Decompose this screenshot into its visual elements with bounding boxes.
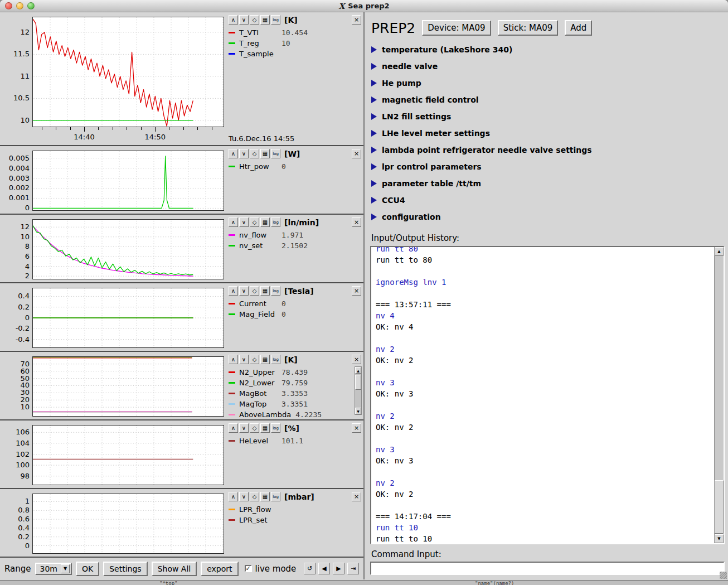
autoscale-button[interactable]: ◇ [250, 423, 259, 433]
autoscale-button[interactable]: ◇ [250, 149, 259, 158]
chart-plot[interactable] [32, 288, 224, 348]
close-chart-button[interactable]: × [352, 423, 361, 433]
scroll-up-icon[interactable]: ▲ [715, 247, 724, 256]
scroll-down-icon[interactable]: ▼ [715, 534, 724, 543]
scrollbar-thumb[interactable] [355, 375, 361, 390]
tree-item-temperature-lakeshore-340[interactable]: temperature (LakeShore 340) [371, 41, 728, 58]
log-scale-button[interactable]: log [271, 15, 280, 25]
jump-to-end-button[interactable]: ⇥ [347, 563, 359, 574]
log-scale-button[interactable]: log [271, 423, 280, 433]
scroll-up-icon[interactable]: ▲ [355, 367, 361, 374]
shift-up-button[interactable]: ∧ [229, 492, 238, 501]
autoscale-button[interactable]: ◇ [250, 286, 259, 296]
autoscale-button[interactable]: ◇ [250, 217, 259, 227]
expand-triangle-icon[interactable] [371, 113, 377, 120]
titlebar[interactable]: X Sea prep2 [0, 0, 728, 12]
chart-plot[interactable] [32, 219, 224, 279]
grid-button[interactable]: ▦ [260, 286, 270, 296]
chart-plot[interactable] [32, 17, 224, 127]
log-scale-button[interactable]: log [271, 286, 280, 296]
expand-triangle-icon[interactable] [371, 130, 377, 137]
scrollbar-thumb[interactable] [715, 480, 724, 534]
grid-button[interactable]: ▦ [260, 149, 270, 158]
expand-triangle-icon[interactable] [371, 214, 377, 220]
zoom-window-button[interactable] [27, 2, 35, 9]
shift-down-button[interactable]: ∨ [239, 286, 249, 296]
expand-triangle-icon[interactable] [371, 147, 377, 153]
tree-item-lpr-control-parameters[interactable]: lpr control parameters [371, 158, 728, 175]
expand-triangle-icon[interactable] [371, 46, 377, 53]
tree-item-ln2-fill-settings[interactable]: LN2 fill settings [371, 108, 728, 125]
close-chart-button[interactable]: × [352, 286, 361, 296]
autoscale-button[interactable]: ◇ [250, 355, 259, 364]
tree-item-magnetic-field-control[interactable]: magnetic field control [371, 91, 728, 108]
close-chart-button[interactable]: × [352, 355, 361, 364]
tree-item-ccu4[interactable]: CCU4 [371, 192, 728, 209]
log-scale-button[interactable]: log [271, 149, 280, 158]
minimize-window-button[interactable] [16, 2, 23, 9]
range-select[interactable]: 30m ▼ [35, 563, 72, 575]
tree-item-parameter-table-tt-tm[interactable]: parameter table /tt/tm [371, 175, 728, 192]
grid-button[interactable]: ▦ [260, 217, 270, 227]
chart-plot[interactable] [32, 151, 224, 211]
grid-button[interactable]: ▦ [260, 423, 270, 433]
show-all-button[interactable]: Show All [152, 562, 197, 576]
shift-down-button[interactable]: ∨ [239, 149, 249, 158]
shift-up-button[interactable]: ∧ [229, 217, 238, 227]
history-scrollbar[interactable]: ▲ ▼ [714, 247, 724, 543]
tree-item-lhe-level-meter-settings[interactable]: LHe level meter settings [371, 125, 728, 142]
io-history-text[interactable]: run tt 80run tt to 80 ignoreMsg lnv 1 ==… [371, 247, 714, 543]
tree-item-configuration[interactable]: configuration [371, 209, 728, 225]
expand-triangle-icon[interactable] [371, 180, 377, 187]
close-window-button[interactable] [5, 2, 12, 9]
expand-triangle-icon[interactable] [371, 63, 377, 70]
grid-button[interactable]: ▦ [260, 355, 270, 364]
close-chart-button[interactable]: × [352, 492, 361, 501]
log-scale-button[interactable]: log [271, 355, 280, 364]
autoscale-button[interactable]: ◇ [250, 15, 259, 25]
ok-button[interactable]: OK [76, 562, 99, 576]
expand-triangle-icon[interactable] [371, 80, 377, 86]
resize-grip[interactable] [720, 572, 727, 579]
shift-up-button[interactable]: ∧ [229, 15, 238, 25]
settings-button[interactable]: Settings [103, 562, 147, 576]
shift-up-button[interactable]: ∧ [229, 423, 238, 433]
chart-plot[interactable] [32, 425, 224, 485]
expand-triangle-icon[interactable] [371, 96, 377, 103]
legend-scrollbar[interactable]: ▲▼ [355, 366, 362, 415]
pan-right-button[interactable]: ▶ [333, 563, 344, 574]
device-button[interactable]: Device: MA09 [422, 20, 491, 36]
close-chart-button[interactable]: × [352, 15, 361, 25]
shift-up-button[interactable]: ∧ [229, 355, 238, 364]
shift-down-button[interactable]: ∨ [239, 217, 249, 227]
shift-down-button[interactable]: ∨ [239, 423, 249, 433]
tree-item-needle-valve[interactable]: needle valve [371, 58, 728, 75]
shift-up-button[interactable]: ∧ [229, 149, 238, 158]
chart-plot[interactable] [32, 494, 224, 554]
chart-plot[interactable] [32, 356, 224, 417]
reset-view-button[interactable]: ↺ [304, 563, 316, 574]
shift-down-button[interactable]: ∨ [239, 15, 249, 25]
tree-item-he-pump[interactable]: He pump [371, 75, 728, 91]
close-chart-button[interactable]: × [352, 217, 361, 227]
export-button[interactable]: export [201, 562, 238, 576]
grid-button[interactable]: ▦ [260, 492, 270, 501]
command-input[interactable] [370, 562, 725, 575]
expand-triangle-icon[interactable] [371, 163, 377, 170]
close-chart-button[interactable]: × [352, 149, 361, 158]
autoscale-button[interactable]: ◇ [250, 492, 259, 501]
grid-button[interactable]: ▦ [260, 15, 270, 25]
log-scale-button[interactable]: log [271, 492, 280, 501]
expand-triangle-icon[interactable] [371, 197, 377, 204]
stick-button[interactable]: Stick: MA09 [498, 20, 559, 36]
pan-left-button[interactable]: ◀ [318, 563, 330, 574]
add-button[interactable]: Add [565, 20, 592, 36]
live-mode-checkbox[interactable]: ✓ live mode [245, 564, 297, 574]
shift-up-button[interactable]: ∧ [229, 286, 238, 296]
shift-down-button[interactable]: ∨ [239, 492, 249, 501]
tree-item-lambda-point-refrigerator-needle-valve-settings[interactable]: lambda point refrigerator needle valve s… [371, 142, 728, 158]
shift-down-button[interactable]: ∨ [239, 355, 249, 364]
scroll-down-icon[interactable]: ▼ [355, 408, 361, 414]
scrollbar-track[interactable] [715, 256, 724, 534]
log-scale-button[interactable]: log [271, 217, 280, 227]
